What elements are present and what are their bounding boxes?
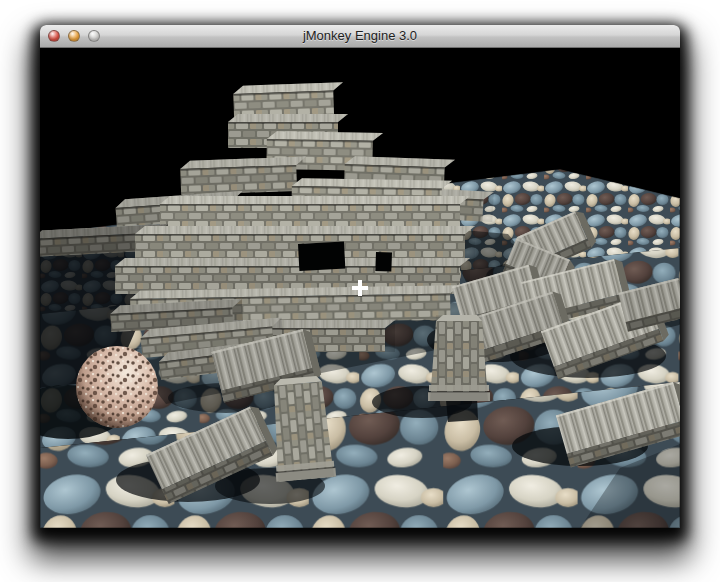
- standing-brick: [428, 315, 490, 401]
- window-controls: [48, 30, 100, 42]
- desktop: { "window": { "title": "jMonkey Engine 3…: [0, 0, 720, 582]
- game-viewport-canvas[interactable]: [40, 48, 680, 528]
- zoom-button[interactable]: [88, 30, 100, 42]
- cannonball: [76, 346, 158, 428]
- brick-box: [160, 196, 470, 230]
- wall-hole: [375, 252, 392, 272]
- brick-box: [233, 82, 344, 119]
- minimize-button[interactable]: [68, 30, 80, 42]
- close-button[interactable]: [48, 30, 60, 42]
- window-titlebar[interactable]: jMonkey Engine 3.0: [40, 25, 680, 48]
- scene-svg: [40, 48, 680, 528]
- window-title: jMonkey Engine 3.0: [40, 25, 680, 47]
- brick-box: [180, 157, 307, 195]
- wall-hole: [298, 242, 345, 271]
- app-window: jMonkey Engine 3.0: [40, 25, 680, 528]
